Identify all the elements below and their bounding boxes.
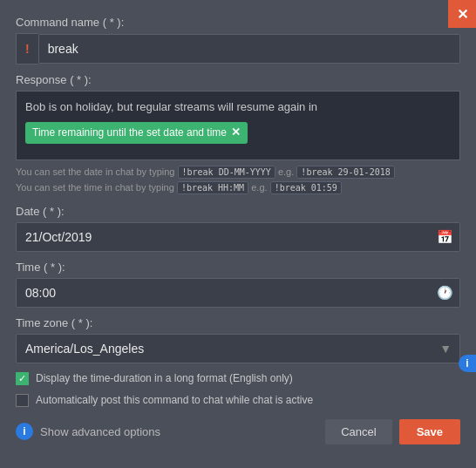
timezone-select-wrapper: America/Los_Angeles America/New_York Eur…	[16, 334, 460, 363]
checkbox2-label: Automatically post this command to chat …	[36, 394, 313, 406]
date-input-wrapper: 📅	[16, 222, 460, 252]
checkbox1-check[interactable]: ✓	[16, 372, 29, 385]
hint-text-area: You can set the date in chat by typing !…	[16, 164, 460, 196]
close-button[interactable]: ✕	[448, 0, 476, 28]
command-name-label: Command name ( * ):	[16, 16, 460, 29]
hint-date-code1: !break DD-MM-YYYY	[178, 166, 275, 179]
token-remove-button[interactable]: ✕	[231, 124, 241, 142]
response-text: Bob is on holiday, but regular streams w…	[25, 98, 451, 117]
checkbox2-row: Automatically post this command to chat …	[16, 394, 460, 407]
command-modal: ✕ Command name ( * ): ! Response ( * ): …	[0, 0, 476, 468]
checkbox1-label: Display the time-duration in a long form…	[36, 372, 293, 384]
advanced-info-icon[interactable]: i	[16, 423, 33, 440]
footer-left: i Show advanced options	[16, 423, 160, 440]
side-info-icon[interactable]: i	[459, 355, 476, 372]
time-token-badge[interactable]: Time remaining until the set date and ti…	[25, 122, 248, 144]
hint-date-code2: !break 29-01-2018	[296, 166, 394, 179]
command-name-row: !	[16, 33, 460, 64]
time-input-wrapper: 🕐	[16, 278, 460, 308]
date-input[interactable]	[16, 222, 460, 252]
command-prefix: !	[16, 33, 38, 64]
token-label: Time remaining until the set date and ti…	[32, 125, 227, 141]
footer: i Show advanced options Cancel Save	[16, 419, 460, 444]
close-icon: ✕	[457, 6, 468, 23]
hint-time-text: You can set the time in chat by typing	[16, 182, 174, 193]
cancel-button[interactable]: Cancel	[325, 419, 391, 444]
timezone-label: Time zone ( * ):	[16, 316, 460, 329]
response-label: Response ( * ):	[16, 73, 460, 86]
hint-date-text: You can set the date in chat by typing	[16, 166, 174, 177]
hint-time-code1: !break HH:MM	[177, 181, 248, 194]
checkbox2-check[interactable]	[16, 394, 29, 407]
hint-time-eg: e.g.	[251, 182, 267, 193]
hint-date-eg: e.g.	[278, 166, 294, 177]
timezone-select[interactable]: America/Los_Angeles America/New_York Eur…	[16, 334, 460, 363]
time-label: Time ( * ):	[16, 261, 460, 274]
hint-time-code2: !break 01:59	[270, 181, 342, 194]
command-name-input[interactable]	[38, 34, 460, 64]
checkmark-icon: ✓	[18, 373, 26, 384]
time-input[interactable]	[16, 278, 460, 308]
date-label: Date ( * ):	[16, 205, 460, 218]
checkbox1-row: ✓ Display the time-duration in a long fo…	[16, 372, 460, 385]
side-info-label: i	[466, 357, 468, 370]
show-advanced-label: Show advanced options	[40, 425, 160, 438]
info-label: i	[23, 425, 25, 437]
save-button[interactable]: Save	[399, 419, 460, 444]
response-area: Bob is on holiday, but regular streams w…	[16, 91, 460, 160]
footer-right: Cancel Save	[325, 419, 460, 444]
